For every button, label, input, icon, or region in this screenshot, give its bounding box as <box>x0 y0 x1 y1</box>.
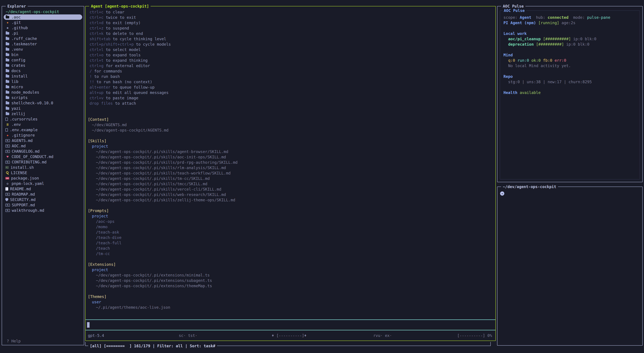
file-row-shellcheck-v0.10.0[interactable]: shellcheck-v0.10.0 <box>4 100 82 106</box>
work-bar: [##########] <box>541 37 571 41</box>
health-line: Health available <box>504 90 636 95</box>
file-row-install[interactable]: install <box>4 74 82 79</box>
model-name[interactable]: gpt-5.4 <box>88 333 104 338</box>
shield-icon <box>5 198 8 201</box>
folder-icon <box>6 38 9 40</box>
file-row-.github[interactable]: ◉.github <box>4 25 82 31</box>
section-header: [Themes] <box>86 294 496 299</box>
file-row-CONTRIBUTING.md[interactable]: M↓CONTRIBUTING.md <box>4 159 82 165</box>
file-row-.aoc[interactable]: .aoc <box>4 15 82 20</box>
mind-metric: run:0 <box>515 58 529 63</box>
help-key: ctrl+k <box>90 31 104 36</box>
file-name: micro <box>12 84 23 90</box>
mind-header: Mind <box>504 52 636 58</box>
file-row-.ruff_cache[interactable]: .ruff_cache <box>4 36 82 41</box>
section-header: [Extensions] <box>86 262 496 267</box>
file-icon <box>5 118 8 121</box>
file-row-AGENTS.md[interactable]: M↓AGENTS.md <box>4 138 82 143</box>
file-name: .venv <box>12 47 23 52</box>
file-name: yazi <box>12 106 21 111</box>
explorer-help-hint[interactable]: ? Help <box>7 339 21 343</box>
file-row-install.sh[interactable]: >_install.sh <box>4 165 82 170</box>
text: No local Mind activity yet. <box>508 64 571 68</box>
file-row-crates[interactable]: crates <box>4 63 82 68</box>
agent-line <box>86 106 496 111</box>
file-row-.env[interactable]: ≡.env <box>4 122 82 127</box>
task-filter-bar[interactable]: [all] [======== ] 161/179 | Filter: all … <box>85 342 491 346</box>
work-name: deprecation <box>508 42 534 47</box>
help-line: ctrl+d to exit (empty) <box>86 20 496 26</box>
file-row-.gitignore[interactable]: ◆.gitignore <box>4 133 82 138</box>
help-line: / for commands <box>86 69 496 74</box>
heart-icon: ♥ <box>5 155 10 158</box>
file-row-LICENSE[interactable]: LICENSE <box>4 170 82 175</box>
md-icon: M↓ <box>5 204 10 207</box>
file-row-package.json[interactable]: npmpackage.json <box>4 175 82 181</box>
mind-metrics: q:0 run:0 ok:0 fb:0 err:0 <box>504 58 636 63</box>
file-name: package.json <box>11 175 39 181</box>
file-row-zellij[interactable]: zellij <box>4 111 82 116</box>
file-row-node_modules[interactable]: node_modules <box>4 90 82 95</box>
mind-metric: ok:0 <box>529 58 541 63</box>
file-row-scripts[interactable]: scripts <box>4 95 82 100</box>
md-icon: M↓ <box>5 161 10 164</box>
file-row-yazi[interactable]: yazi <box>4 106 82 111</box>
folder-icon <box>6 48 9 51</box>
file-row-.cursorrules[interactable]: .cursorrules <box>4 116 82 122</box>
file-row-ROADMAP.md[interactable]: M↓ROADMAP.md <box>4 192 82 197</box>
explorer-pane: Explorer ~/dev/agent-ops-cockpit .aoc◆.g… <box>2 6 84 345</box>
file-row-SECURITY.md[interactable]: SECURITY.md <box>4 197 82 202</box>
section-group-label: project <box>86 267 496 272</box>
file-row-walkthrough.md[interactable]: M↓walkthrough.md <box>4 208 82 213</box>
file-row-CODE_OF_CONDUCT.md[interactable]: ♥CODE_OF_CONDUCT.md <box>4 154 82 159</box>
file-row-config[interactable]: config <box>4 57 82 63</box>
file-row-AOC.md[interactable]: M↓AOC.md <box>4 143 82 149</box>
help-key: ctrl+v <box>90 96 104 100</box>
section-entry: /teach-dive <box>86 235 496 240</box>
help-line: ctrl+z to suspend <box>86 26 496 31</box>
file-row-lib[interactable]: lib <box>4 79 82 84</box>
file-row-micro[interactable]: micro <box>4 84 82 90</box>
help-key: ctrl+p/shift+ctrl+p <box>90 42 134 47</box>
file-name: .env.example <box>10 127 38 133</box>
help-line: ctrl+p/shift+ctrl+p to cycle models <box>86 42 496 47</box>
agent-line <box>86 256 496 262</box>
section-header: [Context] <box>86 117 496 122</box>
section-entry: ~/.pi/agent/themes/aoc-live.json <box>86 305 496 310</box>
folder-icon <box>6 75 9 78</box>
agent-pane: Agent [agent-ops-cockpit] ctrl+c to clea… <box>85 6 496 341</box>
status-toggles-left: sc· tst· <box>179 333 198 338</box>
file-row-.taskmaster[interactable]: .taskmaster <box>4 41 82 47</box>
agent-prompt-input[interactable] <box>86 320 496 330</box>
help-key: drop files <box>90 101 113 106</box>
env-icon: ≡ <box>5 123 10 126</box>
file-row-README.md[interactable]: README.md <box>4 186 82 192</box>
file-row-CHANGELOG.md[interactable]: M↓CHANGELOG.md <box>4 149 82 154</box>
help-text: to expand tools <box>104 53 141 57</box>
agent-transcript: ctrl+c to clearctrl+c twice to exitctrl+… <box>86 6 496 310</box>
local-work-header: Local work <box>504 31 636 36</box>
status-context-gauge: [----------] 0% <box>457 333 492 338</box>
file-row-SUPPORT.md[interactable]: M↓SUPPORT.md <box>4 202 82 208</box>
file-row-pnpm-lock.yaml[interactable]: ⚙pnpm-lock.yaml <box>4 181 82 186</box>
help-line: ! to run bash <box>86 74 496 79</box>
section-entry: ~/dev/AGENTS.md <box>86 122 496 128</box>
mind-metric: err:0 <box>552 58 566 63</box>
file-row-docs[interactable]: docs <box>4 68 82 74</box>
repo-header: Repo <box>504 74 636 79</box>
pulse-line <box>504 47 636 52</box>
section-entry: /teach-ask <box>86 229 496 235</box>
file-name: CONTRIBUTING.md <box>12 159 46 165</box>
shell-pane[interactable]: ~/dev/agent-ops-cockpit → <box>497 187 643 345</box>
file-row-.venv[interactable]: .venv <box>4 47 82 52</box>
file-row-.env.example[interactable]: .env.example <box>4 127 82 133</box>
text: Repo <box>504 74 513 79</box>
file-name: install.sh <box>10 165 34 170</box>
file-name: .gitignore <box>12 133 35 138</box>
file-name: .taskmaster <box>12 41 37 47</box>
section-entry: ~/dev/agent-ops-cockpit/.pi/skills/tm-cc… <box>86 176 496 181</box>
file-row-.pi[interactable]: .pi <box>4 31 82 36</box>
file-row-.git[interactable]: ◆.git <box>4 20 82 25</box>
file-row-bin[interactable]: bin <box>4 52 82 57</box>
book-icon <box>5 187 8 191</box>
